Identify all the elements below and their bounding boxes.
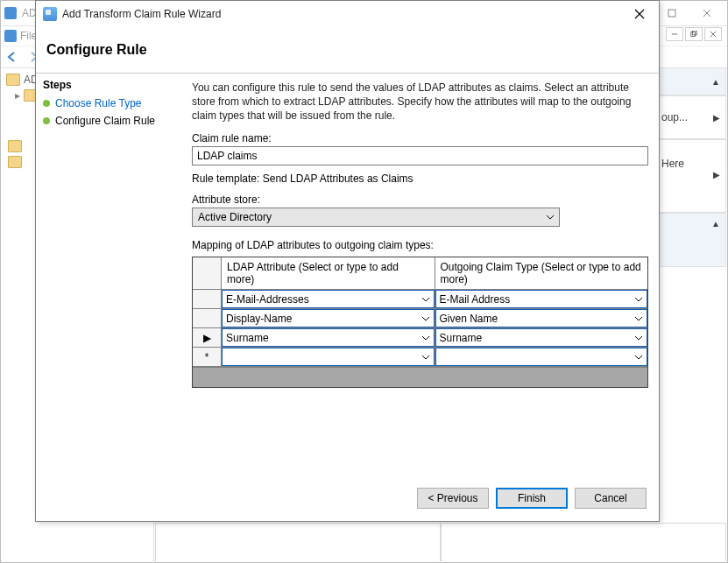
cell-value: E-Mail Address [440, 293, 511, 306]
dialog-header: Configure Rule [36, 27, 659, 74]
dialog-header-title: Configure Rule [46, 42, 147, 58]
mapping-row-indicator [193, 309, 222, 328]
mapping-header-corner [193, 257, 222, 291]
mapping-row-indicator: ▶ [193, 328, 222, 348]
attribute-store-label: Attribute store: [192, 194, 648, 206]
mapping-row: Display-NameGiven Name [193, 309, 647, 328]
chevron-down-icon [420, 297, 432, 302]
mapping-claim-cell [435, 348, 648, 367]
previous-button[interactable]: < Previous [417, 488, 489, 509]
step-current: Configure Claim Rule [43, 112, 178, 130]
steps-list: Choose Rule TypeConfigure Claim Rule [43, 95, 178, 130]
rule-template-label: Rule template: Send LDAP Attributes as C… [192, 172, 648, 185]
chevron-down-icon [420, 355, 432, 360]
cell-value: Surname [440, 332, 483, 344]
step-link[interactable]: Choose Rule Type [43, 95, 178, 112]
content-pane: You can configure this rule to send the … [185, 74, 659, 479]
mapping-row: E-Mail-AddressesE-Mail Address [193, 290, 647, 309]
step-bullet-icon [43, 100, 50, 107]
finish-button[interactable]: Finish [496, 488, 568, 509]
mini-restore-icon[interactable] [685, 27, 703, 41]
chevron-right-icon: ▶ [713, 170, 720, 179]
maximize-icon[interactable] [655, 4, 689, 22]
svg-rect-0 [668, 10, 675, 17]
cancel-button[interactable]: Cancel [575, 488, 647, 509]
dialog-button-bar: < Previous Finish Cancel [36, 479, 659, 521]
cell-value: E-Mail-Addresses [226, 293, 309, 306]
chevron-down-icon [633, 297, 645, 302]
actions-item[interactable]: oup... ▶ [658, 95, 726, 139]
attribute-store-combo[interactable]: Active Directory [192, 208, 560, 227]
mapping-ldap-cell: Surname [222, 328, 435, 348]
mapping-ldap-cell-combo[interactable]: Surname [222, 328, 435, 347]
actions-item[interactable]: Here ▶ [658, 139, 726, 213]
step-bullet-icon [43, 117, 50, 124]
mapping-ldap-cell: E-Mail-Addresses [222, 290, 435, 309]
dialog-close-button[interactable] [620, 1, 659, 27]
cell-value: Display-Name [226, 313, 292, 325]
mapping-label: Mapping of LDAP attributes to outgoing c… [192, 239, 648, 251]
mapping-ldap-cell [222, 348, 435, 367]
mapping-claim-cell: Surname [435, 328, 648, 348]
mapping-table-header: LDAP Attribute (Select or type to add mo… [193, 257, 647, 291]
background-actions-panel: ▲ oup... ▶ Here ▶ ▲ [658, 67, 726, 267]
wizard-dialog: Add Transform Claim Rule Wizard Configur… [35, 0, 660, 522]
mapping-ldap-cell: Display-Name [222, 309, 435, 328]
chevron-up-icon[interactable]: ▲ [711, 219, 720, 229]
actions-item-label: oup... [661, 111, 688, 123]
mapping-table-footer [193, 367, 647, 387]
mapping-ldap-cell-combo[interactable]: E-Mail-Addresses [222, 290, 435, 308]
chevron-right-icon: ▶ [713, 113, 720, 123]
rule-name-label: Claim rule name: [192, 132, 648, 144]
actions-header: ▲ [658, 67, 726, 95]
mini-close-icon[interactable] [704, 27, 722, 41]
mapping-header-claim: Outgoing Claim Type (Select or type to a… [435, 257, 648, 291]
mapping-row: * [193, 348, 647, 367]
mapping-row: ▶SurnameSurname [193, 328, 647, 348]
svg-rect-2 [692, 31, 696, 35]
chevron-down-icon [633, 316, 645, 321]
folder-icon [8, 156, 22, 168]
mini-minimize-icon[interactable] [666, 27, 683, 41]
mapping-table: LDAP Attribute (Select or type to add mo… [192, 257, 648, 389]
dialog-titlebar: Add Transform Claim Rule Wizard [36, 1, 659, 27]
svg-rect-1 [691, 32, 696, 37]
attribute-store-value: Active Directory [198, 211, 272, 223]
mapping-claim-cell-combo[interactable]: E-Mail Address [435, 290, 648, 308]
step-label: Choose Rule Type [55, 97, 142, 109]
mapping-row-indicator: * [193, 348, 222, 367]
chevron-down-icon [633, 355, 645, 360]
background-status-split [155, 523, 726, 561]
folder-icon [6, 74, 20, 86]
menubar-icon [4, 30, 17, 42]
step-label: Configure Claim Rule [55, 115, 155, 127]
app-icon [4, 7, 17, 19]
cell-value: Given Name [440, 313, 498, 325]
actions-item-label: Here [661, 158, 684, 170]
mapping-claim-cell-combo[interactable]: Surname [435, 328, 648, 347]
cell-value: Surname [226, 332, 269, 344]
wizard-icon [43, 7, 57, 21]
mapping-claim-cell-combo[interactable]: Given Name [435, 309, 648, 327]
steps-label: Steps [43, 79, 178, 91]
mapping-claim-cell: Given Name [435, 309, 648, 328]
mapping-claim-cell: E-Mail Address [435, 290, 648, 309]
mapping-ldap-cell-combo[interactable]: Display-Name [222, 309, 435, 327]
chevron-down-icon [543, 215, 557, 220]
chevron-down-icon [420, 335, 432, 341]
background-secondary-controls [666, 27, 722, 41]
dialog-description: You can configure this rule to send the … [192, 81, 648, 123]
dialog-title: Add Transform Claim Rule Wizard [62, 8, 221, 20]
nav-back-icon[interactable] [4, 50, 20, 64]
mapping-header-ldap: LDAP Attribute (Select or type to add mo… [222, 257, 435, 291]
mapping-ldap-cell-combo[interactable] [222, 348, 435, 366]
chevron-down-icon [633, 335, 645, 341]
steps-pane: Steps Choose Rule TypeConfigure Claim Ru… [36, 74, 185, 479]
actions-header: ▲ [658, 213, 726, 267]
chevron-down-icon [420, 316, 432, 321]
rule-name-input[interactable] [192, 146, 648, 165]
mapping-claim-cell-combo[interactable] [435, 348, 648, 366]
folder-icon [8, 140, 22, 152]
chevron-up-icon[interactable]: ▲ [711, 77, 720, 87]
close-icon[interactable] [690, 4, 724, 22]
